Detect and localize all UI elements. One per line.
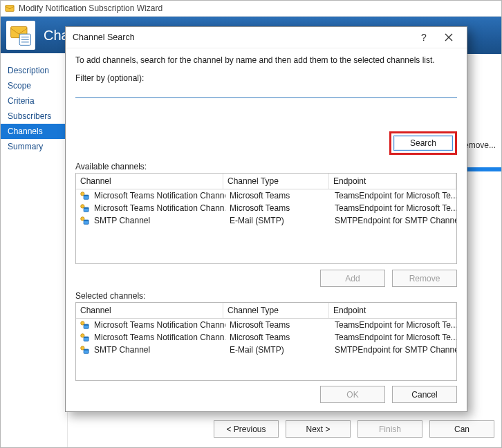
wizard-sidebar: DescriptionScopeCriteriaSubscribersChann… xyxy=(1,53,68,447)
dialog-titlebar: Channel Search ? xyxy=(66,27,467,48)
cell-endpoint: SMTPEndpoint for SMTP Channel xyxy=(331,215,456,226)
available-grid[interactable]: Channel Channel Type Endpoint Microsoft … xyxy=(75,173,457,264)
finish-button: Finish xyxy=(357,420,422,438)
cell-channel: Microsoft Teams Notification Channel xyxy=(90,319,225,330)
help-button[interactable]: ? xyxy=(411,28,436,46)
cell-channel: Microsoft Teams Notification Chann... xyxy=(90,332,225,343)
wizard-titlebar: Modify Notification Subscription Wizard xyxy=(1,1,501,17)
remove-selected-button: Remove xyxy=(392,270,457,287)
cell-endpoint: SMTPEndpoint for SMTP Channel xyxy=(331,344,456,355)
channel-icon xyxy=(79,332,90,343)
sidebar-item-scope[interactable]: Scope xyxy=(1,78,67,93)
sidebar-item-criteria[interactable]: Criteria xyxy=(1,93,67,109)
cell-type: Microsoft Teams xyxy=(225,319,331,330)
cancel-button[interactable]: Can xyxy=(429,420,494,438)
sidebar-item-subscribers[interactable]: Subscribers xyxy=(1,109,67,124)
sidebar-item-description[interactable]: Description xyxy=(1,63,67,78)
search-button[interactable]: Search xyxy=(393,136,453,151)
cell-channel: SMTP Channel xyxy=(90,215,225,226)
channel-icon xyxy=(79,203,90,214)
col-type[interactable]: Channel Type xyxy=(223,303,329,318)
svg-rect-23 xyxy=(84,349,89,351)
selected-label: Selected channels: xyxy=(75,291,457,301)
table-row[interactable]: Microsoft Teams Notification ChannelMicr… xyxy=(76,319,456,331)
cell-channel: SMTP Channel xyxy=(90,344,225,355)
available-label: Available channels: xyxy=(75,162,457,171)
cell-type: E-Mail (SMTP) xyxy=(225,215,331,226)
cell-endpoint: TeamsEndpoint for Microsoft Te... xyxy=(331,203,456,214)
svg-rect-8 xyxy=(84,195,89,196)
col-endpoint[interactable]: Endpoint xyxy=(329,303,456,318)
filter-input[interactable] xyxy=(75,84,457,98)
dialog-title: Channel Search xyxy=(73,32,135,42)
channel-search-dialog: Channel Search ? To add channels, search… xyxy=(65,26,467,412)
table-row[interactable]: Microsoft Teams Notification Chann...Mic… xyxy=(76,331,456,344)
search-highlight: Search xyxy=(389,131,457,155)
dialog-cancel-button[interactable]: Cancel xyxy=(392,386,457,403)
svg-rect-14 xyxy=(84,220,89,221)
col-type[interactable]: Channel Type xyxy=(223,174,329,189)
svg-rect-17 xyxy=(84,324,89,326)
sidebar-item-summary[interactable]: Summary xyxy=(1,139,67,154)
cell-type: Microsoft Teams xyxy=(225,203,331,214)
table-row[interactable]: Microsoft Teams Notification Chann...Mic… xyxy=(76,202,456,214)
channel-icon xyxy=(79,319,90,330)
table-row[interactable]: Microsoft Teams Notification ChannelMicr… xyxy=(76,189,456,202)
cell-endpoint: TeamsEndpoint for Microsoft Te... xyxy=(331,319,456,330)
next-button[interactable]: Next > xyxy=(286,420,351,438)
col-channel[interactable]: Channel xyxy=(76,174,223,189)
header-icon xyxy=(6,21,35,50)
cell-type: Microsoft Teams xyxy=(225,332,331,343)
app-icon xyxy=(5,3,15,13)
wizard-title: Modify Notification Subscription Wizard xyxy=(19,3,162,13)
svg-rect-11 xyxy=(84,207,89,209)
selected-grid[interactable]: Channel Channel Type Endpoint Microsoft … xyxy=(75,302,457,381)
cell-endpoint: TeamsEndpoint for Microsoft Te... xyxy=(331,190,456,201)
channel-icon xyxy=(79,190,90,201)
table-row[interactable]: SMTP ChannelE-Mail (SMTP)SMTPEndpoint fo… xyxy=(76,344,456,356)
previous-button[interactable]: < Previous xyxy=(214,420,279,438)
add-button: Add xyxy=(320,270,385,287)
close-icon xyxy=(445,33,453,41)
channel-icon xyxy=(79,344,90,355)
svg-rect-0 xyxy=(6,6,14,12)
cell-type: E-Mail (SMTP) xyxy=(225,344,331,355)
col-endpoint[interactable]: Endpoint xyxy=(329,174,456,189)
sidebar-item-channels[interactable]: Channels xyxy=(1,124,67,139)
svg-rect-20 xyxy=(84,337,89,338)
cell-channel: Microsoft Teams Notification Channel xyxy=(90,190,225,201)
table-row[interactable]: SMTP ChannelE-Mail (SMTP)SMTPEndpoint fo… xyxy=(76,214,456,227)
cell-type: Microsoft Teams xyxy=(225,190,331,201)
channel-icon xyxy=(79,215,90,226)
col-channel[interactable]: Channel xyxy=(76,303,223,318)
cell-channel: Microsoft Teams Notification Chann... xyxy=(90,203,225,214)
wizard-footer: < Previous Next > Finish Can xyxy=(214,420,494,438)
ok-button: OK xyxy=(320,386,385,403)
dialog-instruction: To add channels, search for the channel … xyxy=(75,55,457,65)
close-button[interactable] xyxy=(436,28,461,46)
cell-endpoint: TeamsEndpoint for Microsoft Te... xyxy=(331,332,456,343)
filter-label: Filter by (optional): xyxy=(75,73,457,83)
